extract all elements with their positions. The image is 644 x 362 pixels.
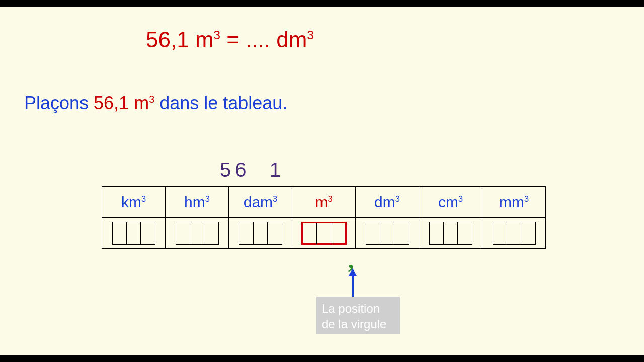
cell-hm3 — [166, 218, 229, 249]
unit-header-mm3: mm3 — [482, 187, 546, 218]
equation: 56,1 m3 = .... dm3 — [146, 27, 314, 52]
arrow-up-icon — [348, 268, 358, 299]
cell-dam3 — [229, 218, 292, 249]
conversion-table: km3 hm3 dam3 m3 dm3 cm3 mm3 — [102, 186, 546, 249]
table-header-row: km3 hm3 dam3 m3 dm3 cm3 mm3 — [102, 187, 546, 218]
unit-header-hm3: hm3 — [166, 187, 229, 218]
equation-lhs-unit: m3 — [195, 27, 226, 52]
slide-page: 56,1 m3 = .... dm3 Plaçons 56,1 m3 dans … — [0, 7, 644, 355]
equation-lhs-value: 56,1 — [146, 27, 189, 52]
unit-header-dam3: dam3 — [229, 187, 292, 218]
unit-header-km3: km3 — [102, 187, 166, 218]
table-cell-row — [102, 218, 546, 249]
cell-mm3 — [482, 218, 546, 249]
svg-marker-1 — [349, 268, 357, 276]
cell-dm3 — [356, 218, 419, 249]
cell-cm3 — [419, 218, 482, 249]
unit-header-cm3: cm3 — [419, 187, 482, 218]
instruction-value: 56,1 m3 — [94, 93, 154, 113]
unit-header-m3: m3 — [292, 187, 356, 218]
instruction-text: Plaçons 56,1 m3 dans le tableau. — [24, 93, 287, 114]
equation-rhs-unit: dm3 — [276, 27, 314, 52]
number-above-table: 56 1 — [220, 159, 285, 182]
cell-m3 — [292, 218, 356, 249]
equation-equals: = — [226, 27, 246, 52]
equation-dots: .... — [246, 27, 270, 52]
cell-km3 — [102, 218, 166, 249]
comma-caption: La position de la virgule — [316, 297, 400, 334]
unit-header-dm3: dm3 — [356, 187, 419, 218]
